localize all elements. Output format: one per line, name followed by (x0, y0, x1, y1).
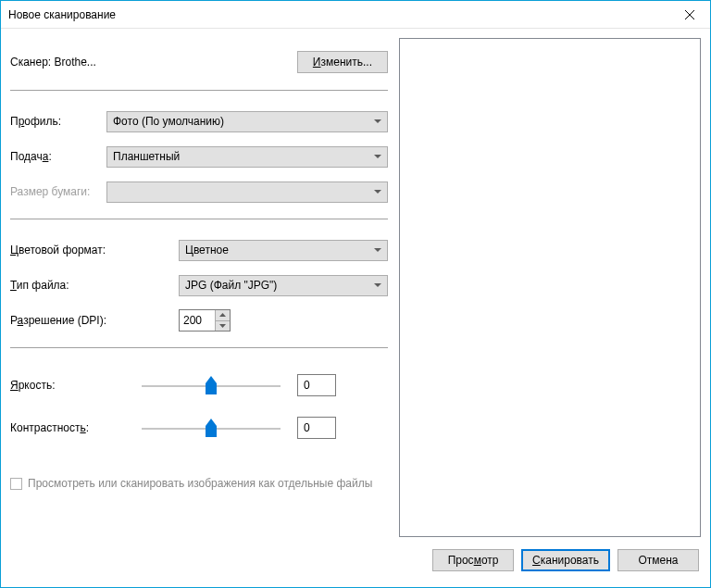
resolution-label: Разрешение (DPI): (10, 314, 179, 327)
file-type-select[interactable]: JPG (Файл "JPG") (179, 275, 388, 296)
adjustments-block: Яркость: 0 Контрастность: (10, 348, 388, 450)
scanner-label: Сканер: Brothe... (10, 56, 119, 69)
cancel-button[interactable]: Отмена (617, 549, 699, 571)
settings-panel: Сканер: Brothe... ИИзменить...зменить...… (10, 38, 388, 544)
source-row: Подача: Планшетный (10, 139, 388, 174)
dialog-body: Сканер: Brothe... ИИзменить...зменить...… (1, 29, 710, 544)
svg-marker-2 (219, 313, 226, 317)
brightness-row: Яркость: 0 (10, 361, 388, 404)
source-block: Профиль: Фото (По умолчанию) Подача: Пла… (10, 91, 388, 219)
resolution-spinner[interactable] (179, 309, 231, 332)
separate-files-checkbox[interactable] (10, 478, 22, 490)
contrast-slider[interactable] (142, 417, 281, 439)
slider-thumb[interactable] (206, 419, 217, 437)
close-icon (685, 10, 694, 19)
color-format-label: Цветовой формат: (10, 244, 179, 256)
preview-pane (399, 38, 701, 537)
slider-thumb[interactable] (206, 376, 217, 394)
resolution-input[interactable] (180, 310, 215, 331)
resolution-row: Разрешение (DPI): (10, 303, 388, 338)
format-block: Цветовой формат: Цветное Тип файла: JPG … (10, 219, 388, 347)
paper-size-row: Размер бумаги: (10, 174, 388, 209)
change-scanner-button[interactable]: ИИзменить...зменить... (297, 51, 388, 73)
titlebar: Новое сканирование (1, 1, 710, 29)
svg-marker-4 (206, 376, 217, 394)
paper-size-label: Размер бумаги: (10, 185, 106, 198)
contrast-row: Контрастность: 0 (10, 404, 388, 446)
source-select[interactable]: Планшетный (106, 146, 388, 168)
brightness-label: Яркость: (10, 379, 142, 392)
scan-button[interactable]: Сканировать (521, 549, 610, 571)
contrast-label: Контрастность: (10, 421, 142, 434)
scan-dialog: Новое сканирование Сканер: Brothe... ИИз… (0, 0, 711, 588)
contrast-value[interactable]: 0 (297, 417, 336, 439)
color-format-row: Цветовой формат: Цветное (10, 232, 388, 268)
window-title: Новое сканирование (8, 8, 668, 21)
spinner-up[interactable] (216, 310, 230, 321)
separate-files-row: Просмотреть или сканировать изображения … (10, 450, 388, 505)
svg-marker-3 (219, 324, 226, 328)
profile-row: Профиль: Фото (По умолчанию) (10, 104, 388, 139)
source-label: Подача: (10, 150, 106, 163)
brightness-value[interactable]: 0 (297, 374, 336, 396)
profile-label: Профиль: (10, 115, 106, 128)
svg-marker-5 (206, 419, 217, 437)
spinner-down[interactable] (216, 321, 230, 332)
preview-button[interactable]: Просмотр (432, 549, 514, 571)
file-type-label: Тип файла: (10, 279, 179, 292)
paper-size-select (106, 181, 388, 203)
brightness-slider[interactable] (142, 374, 281, 396)
file-type-row: Тип файла: JPG (Файл "JPG") (10, 268, 388, 303)
dialog-footer: Просмотр Сканировать Отмена (1, 544, 710, 587)
separate-files-label: Просмотреть или сканировать изображения … (28, 476, 372, 492)
color-format-select[interactable]: Цветное (179, 240, 388, 261)
close-button[interactable] (668, 1, 710, 28)
profile-select[interactable]: Фото (По умолчанию) (106, 111, 388, 132)
scanner-row: Сканер: Brothe... ИИзменить...зменить... (10, 38, 388, 90)
